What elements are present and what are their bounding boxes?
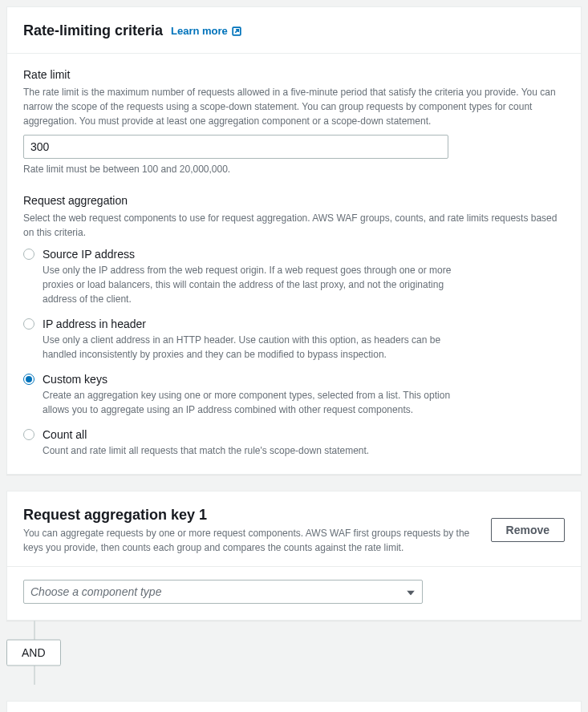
radio-label-count-all: Count all (43, 427, 476, 443)
aggregation-key-2-panel: Request aggregation key 2 You can aggreg… (6, 701, 582, 712)
radio-desc-custom-keys: Create an aggregation key using one or m… (43, 388, 476, 417)
radio-desc-count-all: Count and rate limit all requests that m… (43, 443, 476, 458)
key-1-title: Request aggregation key 1 (23, 504, 472, 526)
key-2-header: Request aggregation key 2 You can aggreg… (7, 702, 581, 712)
rate-limit-field: Rate limit The rate limit is the maximum… (23, 67, 565, 176)
radio-label-ip-header: IP address in header (43, 316, 476, 333)
radio-label-custom-keys: Custom keys (43, 371, 476, 388)
rate-limit-label: Rate limit (23, 67, 565, 83)
aggregation-desc: Select the web request components to use… (23, 211, 565, 240)
rate-limit-input[interactable] (23, 135, 448, 159)
criteria-panel-body: Rate limit The rate limit is the maximum… (7, 54, 581, 474)
rate-limit-desc: The rate limit is the maximum number of … (23, 85, 565, 128)
criteria-title: Rate-limiting criteria (23, 20, 163, 42)
radio-circle-source-ip[interactable] (23, 249, 34, 260)
key-1-body: Choose a component type (7, 567, 581, 620)
radio-circle-count-all[interactable] (23, 429, 34, 440)
key-1-desc: You can aggregate requests by one or mor… (23, 526, 472, 555)
aggregation-label: Request aggregation (23, 192, 565, 209)
rate-limiting-criteria-panel: Rate-limiting criteria Learn more Rate l… (6, 6, 582, 475)
radio-desc-source-ip: Use only the IP address from the web req… (43, 263, 476, 306)
radio-label-source-ip: Source IP address (43, 246, 476, 263)
rate-limit-hint: Rate limit must be between 100 and 20,00… (23, 162, 565, 176)
learn-more-label: Learn more (171, 23, 228, 39)
learn-more-link[interactable]: Learn more (171, 23, 242, 39)
key-1-remove-button[interactable]: Remove (491, 518, 565, 542)
external-link-icon (231, 26, 242, 37)
radio-circle-ip-header[interactable] (23, 318, 34, 330)
radio-custom-keys[interactable]: Custom keys Create an aggregation key us… (23, 371, 565, 417)
key-1-header: Request aggregation key 1 You can aggreg… (7, 492, 581, 567)
radio-desc-ip-header: Use only a client address in an HTTP hea… (43, 333, 476, 362)
radio-count-all[interactable]: Count all Count and rate limit all reque… (23, 427, 565, 458)
key-1-component-select[interactable]: Choose a component type (23, 580, 423, 604)
aggregation-key-1-panel: Request aggregation key 1 You can aggreg… (6, 491, 582, 621)
key-1-select-wrap: Choose a component type (23, 580, 423, 604)
radio-source-ip[interactable]: Source IP address Use only the IP addres… (23, 246, 565, 306)
connector: AND (6, 621, 582, 685)
criteria-panel-header: Rate-limiting criteria Learn more (7, 7, 581, 54)
and-label: AND (6, 640, 61, 666)
radio-ip-header[interactable]: IP address in header Use only a client a… (23, 316, 565, 362)
request-aggregation-section: Request aggregation Select the web reque… (23, 192, 565, 458)
radio-circle-custom-keys[interactable] (23, 374, 34, 385)
